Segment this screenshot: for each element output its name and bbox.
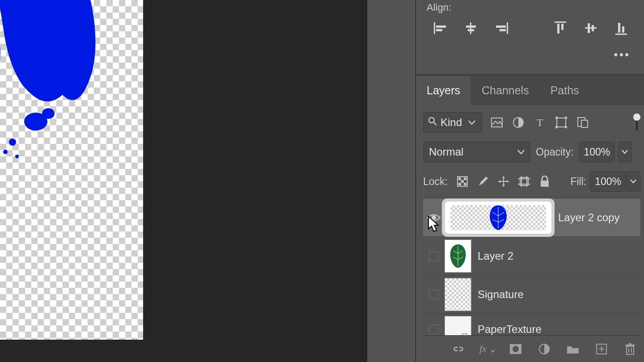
- layer-visibility-toggle[interactable]: [423, 275, 445, 313]
- layer-row[interactable]: PaperTexture: [423, 314, 640, 335]
- filter-toggle[interactable]: [633, 114, 640, 131]
- lock-all-icon[interactable]: [538, 175, 551, 188]
- layer-row[interactable]: Signature: [423, 275, 640, 314]
- canvas-area[interactable]: [0, 0, 367, 362]
- svg-rect-34: [581, 120, 588, 127]
- svg-rect-30: [565, 117, 567, 119]
- fill-input[interactable]: 100%: [590, 171, 626, 192]
- svg-text:T: T: [537, 117, 543, 128]
- layer-name[interactable]: Layer 2 copy: [558, 211, 619, 224]
- search-icon: [428, 117, 437, 128]
- layer-visibility-toggle[interactable]: [423, 198, 445, 236]
- lock-brush-icon[interactable]: [476, 175, 490, 188]
- panel-tabs: Layers Channels Paths: [416, 75, 644, 105]
- layers-footer: fx: [423, 335, 640, 362]
- chevron-down-icon: [517, 149, 525, 155]
- svg-rect-17: [585, 27, 597, 29]
- svg-rect-22: [622, 26, 624, 33]
- svg-point-47: [432, 215, 436, 220]
- lock-artboard-icon[interactable]: [517, 175, 531, 188]
- svg-rect-7: [436, 29, 442, 31]
- document[interactable]: [0, 0, 143, 340]
- blend-mode-value: Normal: [429, 146, 463, 158]
- filter-kind-select[interactable]: Kind: [423, 112, 482, 133]
- opacity-input[interactable]: 100%: [579, 142, 615, 162]
- svg-rect-46: [541, 181, 549, 187]
- layer-name[interactable]: Layer 2: [478, 250, 513, 262]
- align-horizontal-group: [433, 21, 509, 36]
- svg-point-1: [3, 150, 8, 154]
- svg-rect-57: [627, 346, 634, 354]
- svg-point-0: [9, 139, 16, 146]
- layer-name[interactable]: PaperTexture: [478, 323, 542, 336]
- align-panel: Align:: [416, 0, 644, 75]
- svg-rect-5: [434, 22, 435, 34]
- layer-fx-icon[interactable]: fx: [479, 341, 495, 357]
- blend-row: Normal Opacity: 100%: [423, 142, 640, 162]
- adjustment-layer-icon[interactable]: [537, 341, 552, 357]
- filter-pixel-icon[interactable]: [490, 116, 504, 129]
- svg-point-4: [42, 108, 55, 119]
- align-right-icon[interactable]: [494, 21, 509, 36]
- layer-row[interactable]: Layer 2: [423, 237, 640, 275]
- filter-smart-icon[interactable]: [576, 116, 589, 129]
- svg-text:fx: fx: [479, 344, 487, 354]
- svg-rect-10: [468, 29, 474, 31]
- fill-label: Fill:: [570, 176, 586, 188]
- layer-row[interactable]: Layer 2 copy: [423, 198, 640, 237]
- layer-filter-row: Kind T: [423, 112, 640, 133]
- svg-rect-36: [458, 177, 461, 180]
- svg-rect-19: [592, 25, 594, 31]
- svg-rect-15: [557, 24, 559, 34]
- lock-label: Lock:: [423, 176, 448, 188]
- layer-thumbnail[interactable]: [445, 316, 471, 336]
- new-layer-icon[interactable]: [594, 341, 609, 357]
- filter-shape-icon[interactable]: [555, 116, 568, 129]
- layer-visibility-toggle[interactable]: [423, 237, 445, 275]
- fill-dropdown-icon[interactable]: [626, 171, 640, 192]
- right-panels: Align:: [416, 0, 644, 362]
- delete-layer-icon[interactable]: [623, 341, 638, 357]
- opacity-label: Opacity:: [536, 146, 573, 158]
- svg-rect-20: [615, 34, 627, 35]
- layers-panel: Kind T: [416, 105, 644, 362]
- align-label: Align:: [427, 2, 633, 13]
- svg-rect-31: [555, 126, 558, 128]
- lock-transparency-icon[interactable]: [456, 175, 469, 188]
- layer-visibility-toggle[interactable]: [423, 314, 445, 335]
- svg-rect-40: [464, 183, 466, 185]
- svg-rect-21: [618, 23, 620, 33]
- filter-type-icon[interactable]: T: [533, 116, 547, 129]
- layer-thumbnail[interactable]: [445, 201, 552, 234]
- tab-layers[interactable]: Layers: [416, 76, 471, 105]
- svg-rect-48: [462, 334, 467, 336]
- lock-position-icon[interactable]: [497, 175, 510, 188]
- align-bottom-icon[interactable]: [614, 21, 629, 36]
- align-more-icon[interactable]: •••: [427, 48, 631, 61]
- svg-point-23: [429, 118, 434, 123]
- svg-rect-16: [561, 24, 564, 30]
- svg-line-24: [434, 122, 436, 125]
- align-top-icon[interactable]: [553, 21, 568, 36]
- align-vcenter-icon[interactable]: [583, 21, 598, 36]
- blend-mode-select[interactable]: Normal: [423, 142, 530, 162]
- new-group-icon[interactable]: [565, 341, 580, 357]
- svg-rect-28: [557, 118, 566, 127]
- opacity-dropdown-icon[interactable]: [618, 142, 632, 162]
- tab-channels[interactable]: Channels: [471, 76, 540, 105]
- layer-thumbnail[interactable]: [445, 278, 471, 311]
- tab-paths[interactable]: Paths: [540, 76, 590, 105]
- svg-rect-12: [496, 25, 506, 28]
- layer-mask-icon[interactable]: [508, 341, 523, 357]
- chevron-down-icon: [468, 120, 475, 125]
- layer-name[interactable]: Signature: [478, 288, 524, 301]
- layers-list[interactable]: Layer 2 copy Layer 2 Signature: [423, 198, 640, 335]
- align-vertical-group: [553, 21, 629, 36]
- link-layers-icon[interactable]: [451, 341, 466, 357]
- smart-object-icon: [462, 333, 470, 336]
- svg-rect-59: [629, 343, 631, 345]
- filter-adjust-icon[interactable]: [512, 116, 525, 129]
- align-left-icon[interactable]: [433, 21, 448, 36]
- align-hcenter-icon[interactable]: [463, 21, 479, 36]
- layer-thumbnail[interactable]: [445, 240, 471, 273]
